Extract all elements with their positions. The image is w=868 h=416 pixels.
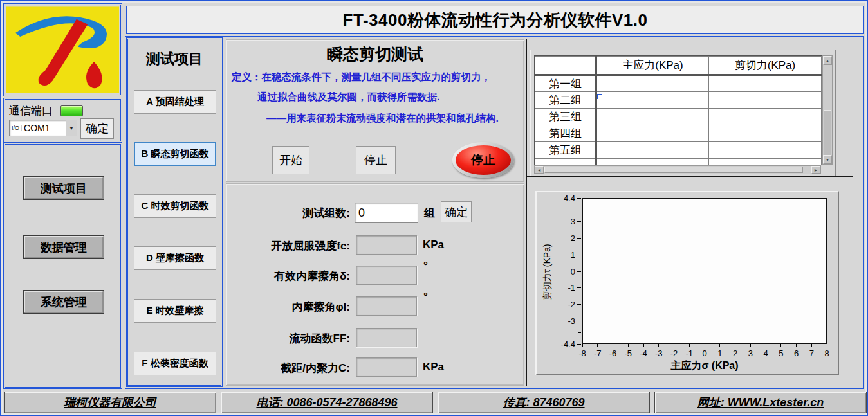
cell-group5-stress[interactable] [596,142,709,159]
scroll-right-icon[interactable]: ► [811,166,820,174]
definition-line-3: ——用来表征粉末流动强度和潜在的拱架和鼠孔结构. [266,112,499,125]
definition-line-1: 定义：在稳态流条件下，测量几组不同压实应力的剪切力， [232,71,491,84]
results-table: 主应力(KPa) 剪切力(KPa) 第一组 第二组 [535,56,822,165]
scroll-left-icon[interactable]: ◄ [535,166,544,174]
nav-system-management-button[interactable]: 系统管理 [24,291,104,313]
row-label-group2: 第二组 [535,92,596,109]
y-axis-minor-tick [578,332,581,333]
emergency-stop-label: 停止 [456,145,511,175]
left-nav-panel: 测试项目 数据管理 系统管理 [5,144,121,388]
cell-selection-marker [597,94,602,99]
io-icon: I/O [10,125,22,131]
menu-item-c-time-shear[interactable]: C 时效剪切函数 [134,194,216,218]
test-description-panel: 瞬态剪切测试 定义：在稳态流条件下，测量几组不同压实应力的剪切力， 通过拟合曲线… [226,39,524,182]
comm-confirm-button[interactable]: 确定 [80,118,114,139]
cell-group1-shear[interactable] [709,75,822,92]
ruike-logo-icon [6,6,119,93]
table-row: 第二组 [535,92,822,109]
table-row: 第一组 [535,75,822,92]
cohesion-unit: KPa [423,361,444,374]
start-button[interactable]: 开始 [272,146,309,174]
shear-stress-chart: 4.43210-1-2-3-4.4 -8-7-6-5-4-3-2-1012345… [535,191,839,375]
logo-panel [5,5,121,95]
test-groups-input[interactable] [355,203,418,223]
com-port-select[interactable]: I/O COM1 ▼ [9,120,77,136]
com-port-value: COM1 [24,123,66,133]
test-menu-panel: 测试项目 A 预固结处理 B 瞬态剪切函数 C 时效剪切函数 D 壁摩擦函数 E… [127,39,221,386]
nav-test-items-button[interactable]: 测试项目 [24,177,104,199]
footer-bar: 瑞柯仪器有限公司 电话: 0086-0574-27868496 传真: 8746… [1,392,868,413]
main-panel-title: 瞬态剪切测试 [226,44,524,65]
delta-unit: ° [423,260,428,273]
footer-fax: 传真: 87460769 [438,392,650,413]
horizontal-divider [527,176,853,177]
stop-button[interactable]: 停止 [356,146,396,174]
menu-item-e-time-wall-friction[interactable]: E 时效壁摩擦 [134,299,216,323]
phi-unit: ° [423,291,428,303]
test-groups-label: 测试组数: [226,206,350,221]
vertical-scrollbar[interactable]: ▲ ▼ [822,55,833,165]
menu-item-d-wall-friction[interactable]: D 壁摩擦函数 [134,246,216,270]
footer-phone: 电话: 0086-0574-27868496 [221,392,433,413]
cohesion-value-box [356,357,417,377]
delta-label: 有效内摩擦角δ: [226,269,350,284]
horizontal-scrollbar-thumb[interactable] [544,167,803,173]
footer-website: 网址: WWW.Lxtester.cn [654,392,867,413]
title-bar: FT-3400粉体流动性行为分析仪软件V1.0 [126,6,864,34]
col-header-shear-force: 剪切力(KPa) [709,57,822,75]
y-axis-label: 剪切力τ (KPa) [542,233,553,311]
x-axis-label: 主应力σ (KPa) [582,359,827,373]
emergency-stop-button[interactable]: 停止 [452,142,514,178]
row-label-group4: 第四组 [535,125,596,142]
x-axis-ticks: -8-7-6-5-4-3-2-1012345678 [582,345,827,359]
menu-item-f-bulk-density[interactable]: F 松装密度函数 [134,352,216,375]
row-label-group5: 第五组 [535,142,596,159]
cell-group5-shear[interactable] [709,142,822,159]
corner-header-cell [535,57,596,75]
menu-item-a-preconsolidation[interactable]: A 预固结处理 [134,90,216,114]
fc-unit: KPa [423,239,444,251]
parameters-panel: 测试组数: 组 确定 开放屈服强度fc: KPa 有效内摩擦角δ: ° 内摩擦角… [226,183,524,386]
comm-led-indicator [60,105,83,116]
phi-value-box [356,296,417,316]
col-header-principal-stress: 主应力(KPa) [596,57,709,75]
results-table-panel: 主应力(KPa) 剪切力(KPa) 第一组 第二组 [530,50,836,176]
test-menu-title: 测试项目 [128,50,221,69]
scroll-down-icon[interactable]: ▼ [823,155,832,164]
ff-label: 流动函数FF: [226,331,350,346]
cell-group2-shear[interactable] [709,92,822,109]
app-window: 通信端口 I/O COM1 ▼ 确定 测试项目 数据管理 系统管理 FT-340… [0,0,868,416]
definition-line-2: 通过拟合曲线及莫尔圆，而获得所需数据. [257,91,439,104]
cell-group3-stress[interactable] [596,109,709,125]
fc-label: 开放屈服强度fc: [226,239,350,253]
scroll-up-icon[interactable]: ▲ [823,56,832,65]
vertical-divider [526,39,527,386]
comm-port-label: 通信端口 [9,104,53,118]
phi-label: 内摩擦角φI: [226,300,350,314]
test-groups-confirm-button[interactable]: 确定 [441,201,472,222]
test-groups-unit: 组 [424,206,435,221]
table-row: 第五组 [535,142,822,159]
vertical-scrollbar-thumb[interactable] [824,110,831,159]
row-label-group3: 第三组 [535,109,596,125]
cell-group4-stress[interactable] [596,125,709,142]
comm-port-panel: 通信端口 I/O COM1 ▼ 确定 [5,99,121,141]
y-axis-minor-tick [578,210,581,210]
row-label-group1: 第一组 [535,75,596,92]
table-row [535,159,822,166]
cell-group4-shear[interactable] [709,125,822,142]
nav-data-management-button[interactable]: 数据管理 [24,236,104,258]
cell-group1-stress[interactable] [596,75,709,92]
cohesion-label: 截距/内聚力C: [226,361,350,375]
table-row: 第三组 [535,109,822,125]
horizontal-scrollbar[interactable]: ◄ ► [534,165,821,174]
delta-value-box [356,266,417,285]
footer-company: 瑞柯仪器有限公司 [4,392,216,413]
dropdown-arrow-icon[interactable]: ▼ [66,120,77,136]
cell-group3-shear[interactable] [709,109,822,125]
fc-value-box [356,235,417,255]
cell-group2-stress[interactable] [596,92,709,109]
ff-value-box [356,328,417,347]
menu-item-b-transient-shear[interactable]: B 瞬态剪切函数 [134,142,216,166]
app-title: FT-3400粉体流动性行为分析仪软件V1.0 [343,9,648,32]
